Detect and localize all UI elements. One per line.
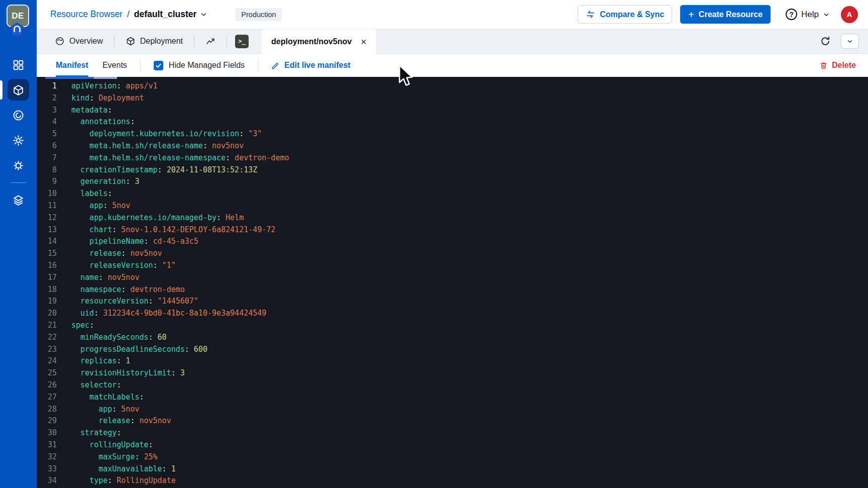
code-line: 3metadata: bbox=[37, 105, 868, 117]
breadcrumb-separator: / bbox=[127, 9, 130, 20]
line-number: 1 bbox=[37, 80, 57, 92]
code-line: 22minReadySeconds: 60 bbox=[37, 332, 868, 344]
line-content: resourceVersion: "1445607" bbox=[71, 296, 198, 308]
line-content: name: nov5nov bbox=[71, 272, 139, 284]
line-content: creationTimestamp: 2024-11-08T13:52:13Z bbox=[71, 164, 257, 176]
line-number: 23 bbox=[37, 344, 57, 356]
tab-overview-label: Overview bbox=[69, 37, 103, 46]
line-content: rollingUpdate: bbox=[71, 439, 153, 451]
manifest-code-editor[interactable]: 1apiVersion: apps/v12kind: Deployment3me… bbox=[37, 77, 868, 488]
line-content: maxSurge: 25% bbox=[71, 451, 158, 463]
tab-events[interactable]: Events bbox=[102, 54, 127, 77]
sidebar-item-resource-browser[interactable] bbox=[0, 77, 37, 103]
code-line: 26selector: bbox=[37, 379, 868, 392]
breadcrumb-resource-browser-link[interactable]: Resource Browser bbox=[50, 9, 123, 20]
create-resource-label: Create Resource bbox=[699, 10, 763, 19]
tab-monitoring[interactable] bbox=[202, 36, 219, 46]
close-tab-icon[interactable]: × bbox=[361, 37, 367, 47]
expand-tabs-button[interactable] bbox=[841, 34, 859, 49]
code-line: 15release: nov5nov bbox=[37, 248, 868, 260]
code-line: 10labels: bbox=[37, 188, 868, 200]
header-actions: Compare & Sync + Create Resource ? Help … bbox=[578, 5, 868, 24]
code-line: 16releaseVersion: "1" bbox=[37, 260, 868, 272]
edit-live-manifest-button[interactable]: Edit live manifest bbox=[271, 61, 351, 70]
code-line: 5deployment.kubernetes.io/revision: "3" bbox=[37, 128, 868, 140]
tab-manifest[interactable]: Manifest bbox=[56, 54, 88, 77]
sidebar-item-stack-manager[interactable] bbox=[0, 187, 37, 213]
code-line: 13chart: 5nov-1.0.142-DEPLOY-6a824121-49… bbox=[37, 224, 868, 236]
line-number: 10 bbox=[37, 188, 57, 200]
code-line: 20uid: 312234c4-9bd0-41bc-8a10-9e3a94424… bbox=[37, 308, 868, 320]
plus-icon: + bbox=[688, 10, 694, 20]
resource-tab-bar: Overview Deployment >_ deployment/nov5no… bbox=[37, 29, 868, 54]
line-number: 24 bbox=[37, 355, 57, 367]
line-number: 14 bbox=[37, 236, 57, 248]
line-content: metadata: bbox=[71, 105, 112, 117]
line-number: 12 bbox=[37, 212, 57, 224]
sidebar-item-app-management[interactable] bbox=[0, 103, 37, 128]
line-chart-icon bbox=[205, 36, 215, 46]
line-content: minReadySeconds: 60 bbox=[71, 332, 167, 344]
header: Resource Browser / default_cluster Produ… bbox=[37, 0, 868, 29]
line-content: kind: Deployment bbox=[71, 92, 144, 105]
line-number: 33 bbox=[37, 463, 57, 475]
line-content: meta.helm.sh/release-namespace: devtron-… bbox=[71, 152, 289, 164]
code-line: 21spec: bbox=[37, 320, 868, 332]
sidebar-item-global-configurations[interactable] bbox=[0, 153, 37, 178]
code-line: 9generation: 3 bbox=[37, 176, 868, 188]
cluster-name: default_cluster bbox=[134, 9, 196, 20]
progress-segment bbox=[45, 77, 94, 79]
checkbox-checked-icon[interactable] bbox=[154, 61, 163, 70]
line-content: labels: bbox=[71, 188, 112, 200]
cube-icon bbox=[12, 84, 25, 96]
line-content: spec: bbox=[71, 320, 94, 332]
line-content: apiVersion: apps/v1 bbox=[71, 80, 158, 92]
tab-overview[interactable]: Overview bbox=[52, 36, 106, 46]
line-content: maxUnavailable: 1 bbox=[71, 463, 176, 475]
line-content: matchLabels: bbox=[71, 392, 144, 404]
line-number: 3 bbox=[37, 105, 57, 117]
cluster-selector[interactable]: default_cluster bbox=[134, 9, 207, 20]
compare-sync-button[interactable]: Compare & Sync bbox=[578, 5, 672, 24]
line-number: 25 bbox=[37, 367, 57, 379]
line-number: 21 bbox=[37, 320, 57, 332]
create-resource-button[interactable]: + Create Resource bbox=[680, 5, 771, 24]
line-content: annotations: bbox=[71, 116, 135, 128]
line-number: 9 bbox=[37, 176, 57, 188]
refresh-icon[interactable] bbox=[820, 36, 831, 47]
line-number: 20 bbox=[37, 308, 57, 320]
line-number: 29 bbox=[37, 415, 57, 427]
sidebar-item-cluster-operations[interactable] bbox=[0, 128, 37, 153]
line-content: chart: 5nov-1.0.142-DEPLOY-6a824121-49-7… bbox=[71, 224, 275, 236]
tab-deployment-nov5nov[interactable]: deployment/nov5nov × bbox=[262, 29, 376, 54]
pencil-icon bbox=[271, 61, 280, 70]
sidebar-nav bbox=[0, 52, 37, 213]
code-line: 4annotations: bbox=[37, 116, 868, 128]
line-number: 34 bbox=[37, 475, 57, 487]
code-line: 14pipelineName: cd-45-a3c5 bbox=[37, 236, 868, 248]
sidebar: DE bbox=[0, 0, 37, 488]
line-content: replicas: 1 bbox=[71, 355, 130, 367]
code-lines: 1apiVersion: apps/v12kind: Deployment3me… bbox=[37, 80, 868, 488]
hide-managed-fields-label: Hide Managed Fields bbox=[169, 61, 245, 70]
tab-deployment-kind[interactable]: Deployment bbox=[123, 36, 186, 46]
line-number: 7 bbox=[37, 152, 57, 164]
resource-tab-label: deployment/nov5nov bbox=[271, 37, 352, 46]
code-line: 24replicas: 1 bbox=[37, 355, 868, 367]
user-avatar[interactable]: A bbox=[841, 6, 858, 23]
chevron-down-icon bbox=[846, 38, 853, 45]
line-number: 5 bbox=[37, 128, 57, 140]
overview-icon bbox=[55, 36, 65, 46]
tab-separator bbox=[227, 36, 227, 47]
tab-terminal-icon[interactable]: >_ bbox=[235, 35, 249, 48]
line-number: 27 bbox=[37, 392, 57, 404]
code-line: 8creationTimestamp: 2024-11-08T13:52:13Z bbox=[37, 164, 868, 176]
code-line: 18namespace: devtron-demo bbox=[37, 284, 868, 296]
line-content: progressDeadlineSeconds: 600 bbox=[71, 344, 207, 356]
sidebar-item-apps-grid[interactable] bbox=[0, 52, 37, 77]
line-content: release: nov5nov bbox=[71, 415, 171, 427]
delete-button[interactable]: Delete bbox=[819, 61, 868, 70]
hide-managed-fields-toggle[interactable]: Hide Managed Fields bbox=[154, 61, 245, 70]
help-menu[interactable]: ? Help bbox=[786, 9, 830, 20]
code-line: 27matchLabels: bbox=[37, 392, 868, 404]
